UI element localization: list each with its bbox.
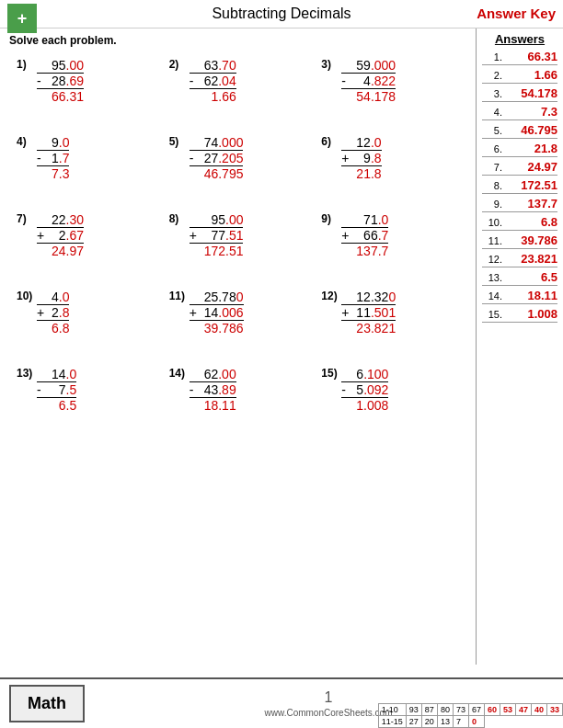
answer-num: 9.	[482, 199, 502, 210]
answer-num: 15.	[482, 309, 502, 320]
answer-num: 6.	[482, 143, 502, 154]
answers-list: 1. 66.31 2. 1.66 3. 54.178 4. 7.3 5. 46.…	[482, 50, 557, 323]
answer-item-10: 10. 6.8	[482, 215, 557, 231]
answer-val: 6.5	[506, 270, 557, 284]
problem-num: 9)	[321, 212, 338, 225]
answer-num: 11.	[482, 235, 502, 246]
answer-num: 3.	[482, 88, 502, 99]
problems-grid: 1) 95.00 - 28.69 66.31 2)	[9, 54, 466, 437]
solve-instruction: Solve each problem.	[9, 34, 466, 47]
answer-item-15: 15. 1.008	[482, 307, 557, 323]
answer-item-13: 13. 6.5	[482, 270, 557, 286]
answer-item-9: 9. 137.7	[482, 197, 557, 212]
worksheet-title: Subtracting Decimals	[212, 6, 350, 22]
answer-val: 21.8	[506, 142, 557, 155]
answer-item-2: 2. 1.66	[482, 68, 557, 84]
header: + Subtracting Decimals Answer Key	[0, 0, 563, 28]
answer-val: 6.8	[506, 215, 557, 229]
answers-heading: Answers	[482, 32, 557, 46]
answer-item-7: 7. 24.97	[482, 160, 557, 176]
problem-table: 71.0 + 66.7 137.7	[341, 212, 388, 258]
answer-num: 10.	[482, 217, 502, 228]
answer-num: 12.	[482, 254, 502, 265]
footer: Math 1 www.CommonCoreSheets.com 1-10 938…	[0, 677, 563, 728]
answer-val: 39.786	[506, 233, 557, 247]
answer-val: 172.51	[506, 178, 557, 192]
problem-10: 10) 4.0 + 2.8 6.8	[9, 286, 162, 359]
problem-num: 12)	[321, 290, 338, 302]
problem-num: 14)	[169, 367, 186, 380]
problem-11: 11) 25.780 + 14.006 39.786	[162, 286, 315, 359]
problem-num: 8)	[169, 212, 186, 225]
answer-item-4: 4. 7.3	[482, 105, 557, 120]
answer-val: 46.795	[506, 123, 557, 137]
main-area: Solve each problem. 1) 95.00 - 28.69 66.…	[0, 28, 563, 665]
problem-table: 59.000 - 4.822 54.178	[341, 58, 396, 104]
problem-num: 1)	[17, 58, 33, 71]
problem-9: 9) 71.0 + 66.7 137.7	[314, 209, 466, 282]
problem-1: 1) 95.00 - 28.69 66.31	[9, 54, 162, 128]
answer-num: 1.	[482, 51, 502, 63]
answer-num: 8.	[482, 180, 502, 191]
answer-item-1: 1. 66.31	[482, 50, 557, 65]
problem-num: 15)	[321, 367, 338, 380]
problem-table: 62.00 - 43.89 18.11	[190, 367, 236, 413]
math-badge: Math	[9, 685, 85, 722]
problem-table: 63.70 - 62.04 1.66	[190, 58, 236, 104]
answer-num: 5.	[482, 125, 502, 136]
answer-val: 18.11	[506, 289, 557, 302]
problem-15: 15) 6.100 - 5.092 1.008	[314, 363, 466, 437]
logo-icon: +	[7, 4, 37, 33]
problem-table: 95.00 + 77.51 172.51	[190, 212, 244, 258]
answer-num: 14.	[482, 290, 502, 301]
problem-table: 74.000 - 27.205 46.795	[190, 135, 244, 181]
answer-item-3: 3. 54.178	[482, 86, 557, 102]
problem-13: 13) 14.0 - 7.5 6.5	[9, 363, 162, 437]
problem-8: 8) 95.00 + 77.51 172.51	[162, 209, 315, 282]
problem-num: 11)	[169, 290, 186, 302]
problem-table: 9.0 - 1.7 7.3	[37, 135, 69, 181]
problem-3: 3) 59.000 - 4.822 54.178	[314, 54, 466, 128]
answer-num: 2.	[482, 70, 502, 81]
problem-table: 12.0 + 9.8 21.8	[341, 135, 381, 181]
problem-4: 4) 9.0 - 1.7 7.3	[9, 131, 162, 205]
answer-item-8: 8. 172.51	[482, 178, 557, 194]
answer-val: 66.31	[506, 50, 557, 63]
answer-item-11: 11. 39.786	[482, 233, 557, 249]
problem-num: 4)	[17, 135, 33, 148]
problem-table: 14.0 - 7.5 6.5	[37, 367, 76, 413]
problem-2: 2) 63.70 - 62.04 1.66	[162, 54, 315, 128]
answer-val: 137.7	[506, 197, 557, 210]
answer-num: 13.	[482, 272, 502, 283]
problem-14: 14) 62.00 - 43.89 18.11	[162, 363, 315, 437]
problem-num: 7)	[17, 212, 33, 225]
problem-num: 6)	[321, 135, 338, 148]
problem-num: 13)	[17, 367, 33, 380]
problem-5: 5) 74.000 - 27.205 46.795	[162, 131, 315, 205]
problem-num: 5)	[169, 135, 186, 148]
problem-6: 6) 12.0 + 9.8 21.8	[314, 131, 466, 205]
answer-val: 1.008	[506, 307, 557, 321]
answer-key-label: Answer Key	[477, 6, 556, 21]
problem-table: 25.780 + 14.006 39.786	[190, 290, 244, 336]
problem-12: 12) 12.320 + 11.501 23.821	[314, 286, 466, 359]
answer-val: 54.178	[506, 86, 557, 100]
problem-num: 2)	[169, 58, 186, 71]
footer-stats: 1-10 9387807367 6053474033 11-15 2720137…	[378, 703, 563, 728]
problem-table: 4.0 + 2.8 6.8	[37, 290, 69, 336]
answer-panel: Answers 1. 66.31 2. 1.66 3. 54.178 4. 7.…	[476, 28, 563, 665]
answer-item-12: 12. 23.821	[482, 252, 557, 267]
answer-num: 7.	[482, 162, 502, 173]
answer-item-14: 14. 18.11	[482, 289, 557, 304]
problem-num: 10)	[17, 290, 33, 302]
problem-num: 3)	[321, 58, 338, 71]
answer-val: 7.3	[506, 105, 557, 119]
answer-val: 23.821	[506, 252, 557, 266]
answer-val: 1.66	[506, 68, 557, 82]
problem-table: 12.320 + 11.501 23.821	[341, 290, 396, 336]
answer-item-5: 5. 46.795	[482, 123, 557, 139]
problems-area: Solve each problem. 1) 95.00 - 28.69 66.…	[0, 28, 476, 665]
problem-table: 6.100 - 5.092 1.008	[341, 367, 388, 413]
answer-item-6: 6. 21.8	[482, 142, 557, 157]
answer-num: 4.	[482, 107, 502, 118]
